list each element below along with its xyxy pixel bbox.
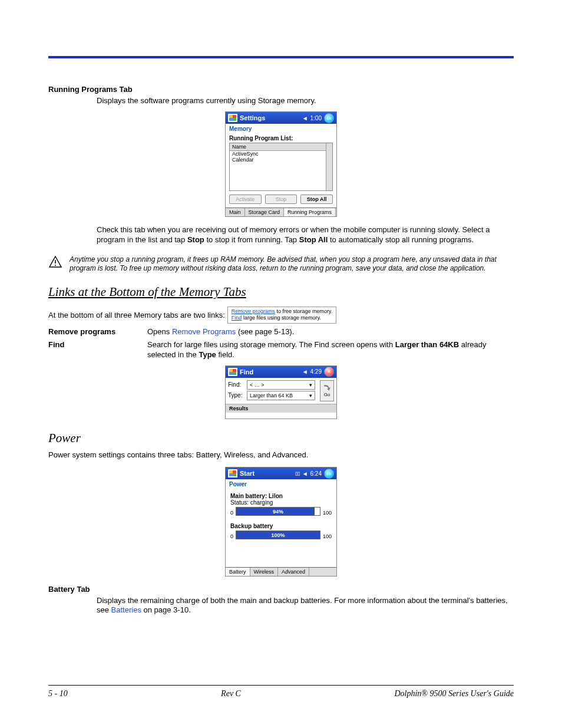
text-power-intro: Power system settings contains three tab… [48, 450, 514, 460]
wm-title-text: Find [240, 368, 253, 375]
remove-programs-link[interactable]: Remove programs [232, 308, 275, 314]
footer-page: 5 - 10 [48, 689, 68, 699]
backup-battery-bar: 100% [236, 531, 320, 539]
links-intro-row: At the bottom of all three Memory tabs a… [48, 307, 514, 324]
type-select[interactable]: Larger than 64 KB▾ [247, 391, 315, 400]
speaker-icon: ◄ [302, 368, 308, 375]
top-rule [48, 56, 514, 58]
term-find-desc: Search for large files using storage mem… [147, 340, 514, 360]
scale-hundred: 100 [323, 533, 332, 539]
wm-time: 4:29 [310, 368, 322, 375]
text-running-intro: Displays the software programs currently… [97, 96, 514, 106]
activate-button[interactable]: Activate [229, 195, 262, 204]
heading-links: Links at the Bottom of the Memory Tabs [48, 285, 514, 299]
tab-main[interactable]: Main [226, 208, 245, 216]
close-button[interactable]: ✕ [324, 367, 334, 377]
windows-flag-icon [228, 368, 237, 376]
status-text: Status: charging [230, 499, 332, 506]
wm-subhead: Memory [226, 124, 336, 134]
chevron-down-icon[interactable]: ▾ [309, 393, 312, 398]
backup-battery-label: Backup battery [230, 523, 332, 529]
warning-block: Anytime you stop a running program, it f… [48, 255, 514, 273]
wm-tabs: Main Storage Card Running Programs [226, 207, 336, 216]
signal-icon: ▯▯ [295, 471, 300, 476]
term-find: Find Search for large files using storag… [48, 340, 514, 360]
wm-time: 1:00 [310, 115, 322, 121]
tab-battery[interactable]: Battery [226, 568, 250, 576]
go-button[interactable]: Go [320, 380, 334, 401]
batteries-xref[interactable]: Batteries [111, 605, 141, 614]
remove-programs-xref[interactable]: Remove Programs [172, 327, 236, 336]
heading-running-programs: Running Programs Tab [48, 85, 514, 94]
wm-titlebar: Start ▯▯ ◄ 6:24 ok [226, 467, 336, 479]
speaker-icon: ◄ [302, 470, 308, 477]
text-running-para: Check this tab when you are receiving ou… [97, 225, 514, 245]
page-footer: 5 - 10 Rev C Dolphin® 9500 Series User's… [48, 685, 514, 699]
warning-text: Anytime you stop a running program, it f… [70, 255, 514, 273]
screenshot-memory: Settings ◄ 1:00 ok Memory Running Progra… [225, 111, 337, 217]
find-label: Find: [228, 381, 246, 388]
term-remove-desc: Opens Remove Programs (see page 5-13). [147, 327, 514, 337]
col-name: Name [230, 143, 332, 151]
term-remove-label: Remove programs [48, 327, 147, 337]
scale-zero: 0 [230, 533, 233, 539]
tab-advanced[interactable]: Advanced [278, 568, 309, 576]
wm-title-text: Start [240, 470, 254, 477]
find-input[interactable]: < … >▾ [247, 380, 315, 390]
wm-title-text: Settings [240, 114, 265, 121]
windows-flag-icon [228, 469, 237, 477]
stopall-button[interactable]: Stop All [300, 195, 333, 204]
wm-tabs: Battery Wireless Advanced [226, 567, 336, 576]
wm-titlebar: Find ◄ 4:29 ✕ [226, 366, 336, 378]
term-find-label: Find [48, 340, 147, 360]
tab-running[interactable]: Running Programs [284, 208, 336, 216]
chevron-down-icon[interactable]: ▾ [309, 382, 312, 388]
footer-rev: Rev C [221, 689, 241, 699]
find-link[interactable]: Find [232, 315, 242, 321]
stop-button[interactable]: Stop [265, 195, 297, 204]
screenshot-find: Find ◄ 4:29 ✕ Find: < … >▾ Type: [225, 365, 337, 419]
ok-button[interactable]: ok [324, 469, 334, 479]
links-box: Remove programs to free storage memory. … [227, 307, 336, 324]
text-battery-desc: Displays the remaining charge of both th… [97, 596, 514, 615]
warning-icon [48, 255, 62, 271]
tab-wireless[interactable]: Wireless [250, 568, 279, 576]
scale-zero: 0 [230, 510, 233, 516]
scrollbar[interactable] [326, 143, 332, 190]
tab-storage[interactable]: Storage Card [245, 208, 285, 216]
list-item[interactable]: Calendar [230, 157, 332, 163]
running-list[interactable]: Name ActiveSync Calendar [229, 143, 333, 191]
footer-title: Dolphin® 9500 Series User's Guide [394, 689, 514, 699]
type-label: Type: [228, 392, 246, 398]
svg-point-1 [55, 265, 56, 266]
list-item[interactable]: ActiveSync [230, 151, 332, 157]
ok-button[interactable]: ok [324, 113, 334, 123]
speaker-icon: ◄ [302, 115, 308, 121]
screenshot-power: Start ▯▯ ◄ 6:24 ok Power Main battery: L… [225, 467, 337, 577]
main-battery-bar: 94% [236, 507, 320, 516]
wm-time: 6:24 [310, 470, 322, 477]
main-battery-label: Main battery: LiIon [230, 493, 332, 499]
links-intro: At the bottom of all three Memory tabs a… [48, 311, 225, 319]
running-list-label: Running Program List: [229, 135, 333, 141]
search-go-icon [323, 384, 331, 392]
wm-subhead: Power [226, 479, 336, 489]
heading-power: Power [48, 431, 514, 446]
term-remove: Remove programs Opens Remove Programs (s… [48, 327, 514, 337]
results-header: Results [226, 404, 336, 413]
wm-titlebar: Settings ◄ 1:00 ok [226, 112, 336, 124]
windows-flag-icon [228, 114, 237, 122]
scale-hundred: 100 [323, 510, 332, 516]
heading-battery-tab: Battery Tab [48, 585, 514, 594]
